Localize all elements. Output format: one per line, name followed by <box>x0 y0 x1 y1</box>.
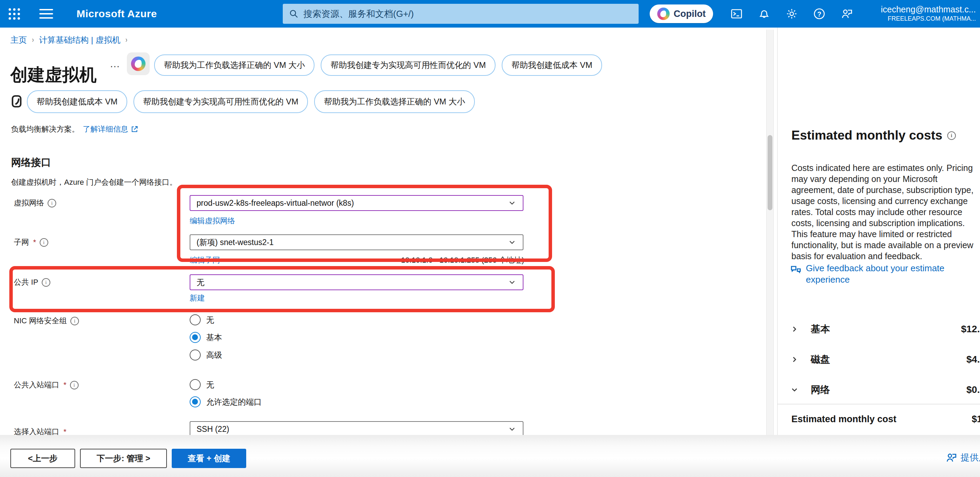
notifications-bell-icon[interactable] <box>758 8 770 20</box>
copilot-icon <box>657 8 670 20</box>
cost-row-value: $4.8 <box>967 354 980 365</box>
learn-more-label: 了解详细信息 <box>83 124 128 134</box>
nsg-label-text: NIC 网络安全组 <box>14 316 67 326</box>
feedback-bubbles-icon <box>790 264 802 276</box>
feedback-person-icon[interactable] <box>841 8 853 20</box>
inbound-option-allow-selected[interactable]: 允许选定的端口 <box>190 396 262 407</box>
public-ip-label: 公共 IP <box>14 277 50 288</box>
radio-label: 无 <box>206 380 214 390</box>
cost-row-basic[interactable]: 基本 $12.9 <box>790 323 980 336</box>
nsg-option-basic[interactable]: 基本 <box>190 332 222 343</box>
edit-vnet-link[interactable]: 编辑虚拟网络 <box>190 216 235 226</box>
public-ip-dropdown[interactable]: 无 <box>190 274 523 290</box>
inbound-ports-label-text: 公共入站端口 <box>14 380 59 390</box>
radio-selected-icon[interactable] <box>190 332 201 343</box>
breadcrumb-virtual-machines[interactable]: 计算基础结构 | 虚拟机 <box>39 35 120 46</box>
public-ip-value: 无 <box>197 277 204 288</box>
chip-low-cost-vm[interactable]: 帮助我创建低成本 VM <box>502 54 602 76</box>
previous-step-button[interactable]: <上一步 <box>10 449 75 468</box>
copilot-tile-button[interactable] <box>127 52 150 75</box>
info-icon[interactable] <box>70 381 79 390</box>
radio-selected-icon[interactable] <box>190 396 201 407</box>
radio-unselected-icon[interactable] <box>190 379 201 390</box>
learn-more-link[interactable]: 了解详细信息 <box>83 124 138 134</box>
nsg-option-advanced[interactable]: 高级 <box>190 350 222 361</box>
next-step-button[interactable]: 下一步: 管理 > <box>80 449 167 468</box>
breadcrumb: 主页 › 计算基础结构 | 虚拟机 › <box>10 35 127 46</box>
network-interface-description: 创建虚拟机时，Azure 门户会创建一个网络接口。 <box>11 177 177 188</box>
cost-row-network[interactable]: 网络 $0.0 <box>790 383 980 396</box>
cost-row-label: 基本 <box>811 323 830 336</box>
feedback-person-icon <box>945 452 957 464</box>
help-icon[interactable]: ? <box>813 8 826 20</box>
hamburger-menu-icon[interactable] <box>33 0 59 27</box>
subnet-dropdown[interactable]: (新项) snet-westus2-1 <box>190 234 523 250</box>
vertical-scrollbar-thumb[interactable] <box>768 135 772 210</box>
inbound-ports-label: 公共入站端口 * <box>14 380 79 390</box>
brand-title[interactable]: Microsoft Azure <box>76 0 157 27</box>
external-link-icon <box>130 125 138 134</box>
review-create-button[interactable]: 查看 + 创建 <box>172 449 246 468</box>
chevron-right-icon[interactable] <box>790 325 799 334</box>
cost-row-disks[interactable]: 磁盘 $4.8 <box>790 353 980 366</box>
vertical-scrollbar-track[interactable] <box>766 30 774 435</box>
inbound-option-none[interactable]: 无 <box>190 379 214 390</box>
nsg-option-none[interactable]: 无 <box>190 314 214 325</box>
radio-unselected-icon[interactable] <box>190 350 201 361</box>
public-ip-label-text: 公共 IP <box>14 277 38 288</box>
more-options-ellipsis[interactable]: … <box>110 58 121 70</box>
copilot-suggestion-chips-second: 帮助我创建低成本 VM 帮助我创建专为实现高可用性而优化的 VM 帮助我为工作负… <box>27 90 475 113</box>
estimated-monthly-cost-bar: Estimated monthly cost $17 <box>778 404 980 435</box>
settings-gear-icon[interactable] <box>786 8 798 20</box>
edit-subnet-link[interactable]: 编辑子网 <box>190 255 220 266</box>
load-balancer-text: 负载均衡解决方案。 <box>11 124 79 134</box>
chip-low-cost-vm[interactable]: 帮助我创建低成本 VM <box>27 90 127 113</box>
copilot-icon <box>131 57 146 71</box>
select-ports-value: SSH (22) <box>197 425 229 434</box>
estimated-costs-panel: Estimated monthly costs Costs indicated … <box>777 27 980 435</box>
radio-label: 基本 <box>206 332 222 343</box>
info-icon[interactable] <box>42 278 50 287</box>
search-input[interactable] <box>303 8 632 20</box>
chevron-right-icon[interactable] <box>790 355 799 364</box>
radio-label: 允许选定的端口 <box>206 397 262 407</box>
subnet-value: (新项) snet-westus2-1 <box>197 237 274 248</box>
footer-feedback-link[interactable]: 提供反馈 <box>945 452 980 464</box>
cloud-shell-icon[interactable] <box>730 8 743 20</box>
cost-feedback-link[interactable]: Give feedback about your estimate experi… <box>790 262 952 285</box>
radio-label: 高级 <box>206 350 222 361</box>
radio-unselected-icon[interactable] <box>190 314 201 325</box>
network-interface-section-title: 网络接口 <box>11 156 51 170</box>
global-search[interactable] <box>283 4 639 24</box>
info-icon[interactable] <box>40 238 48 247</box>
required-asterisk: * <box>64 380 67 390</box>
cost-panel-title-text: Estimated monthly costs <box>791 128 942 143</box>
breadcrumb-home[interactable]: 主页 <box>10 35 27 46</box>
chip-high-availability-vm[interactable]: 帮助我创建专为实现高可用性而优化的 VM <box>321 54 496 76</box>
info-icon[interactable] <box>48 199 56 207</box>
chip-high-availability-vm[interactable]: 帮助我创建专为实现高可用性而优化的 VM <box>134 90 308 113</box>
info-icon[interactable] <box>947 131 956 140</box>
total-cost-label: Estimated monthly cost <box>791 414 897 425</box>
cost-row-label: 磁盘 <box>811 353 830 366</box>
account-info[interactable]: icecheng@mathmast.c... FREELEAPS.COM (MA… <box>881 4 976 23</box>
subnet-label: 子网 * <box>14 237 48 248</box>
info-icon[interactable] <box>70 317 79 325</box>
copilot-button[interactable]: Copilot <box>650 5 713 23</box>
vnet-label-text: 虚拟网络 <box>14 198 44 208</box>
top-bar: Microsoft Azure Copilot ? icecheng@mathm… <box>0 0 980 27</box>
chip-right-vm-size[interactable]: 帮助我为工作负载选择正确的 VM 大小 <box>154 54 315 76</box>
waffle-menu-icon[interactable] <box>3 0 25 27</box>
chevron-down-icon[interactable] <box>790 385 799 394</box>
user-tenant: FREELEAPS.COM (MATHMA... <box>881 15 976 23</box>
create-new-public-ip-link[interactable]: 新建 <box>190 293 205 303</box>
chip-right-vm-size[interactable]: 帮助我为工作负载选择正确的 VM 大小 <box>314 90 474 113</box>
copilot-button-label: Copilot <box>674 9 706 19</box>
subnet-address-range: 10.10.1.0 - 10.10.1.255 (256 个地址) <box>379 255 524 266</box>
load-balancer-note: 负载均衡解决方案。 了解详细信息 <box>11 124 138 134</box>
vnet-label: 虚拟网络 <box>14 198 56 208</box>
svg-text:?: ? <box>817 10 821 18</box>
copilot-outline-icon <box>10 94 25 109</box>
vnet-dropdown[interactable]: prod-usw2-k8s-freeleaps-virtual-networ (… <box>190 195 523 211</box>
radio-label: 无 <box>206 315 214 325</box>
